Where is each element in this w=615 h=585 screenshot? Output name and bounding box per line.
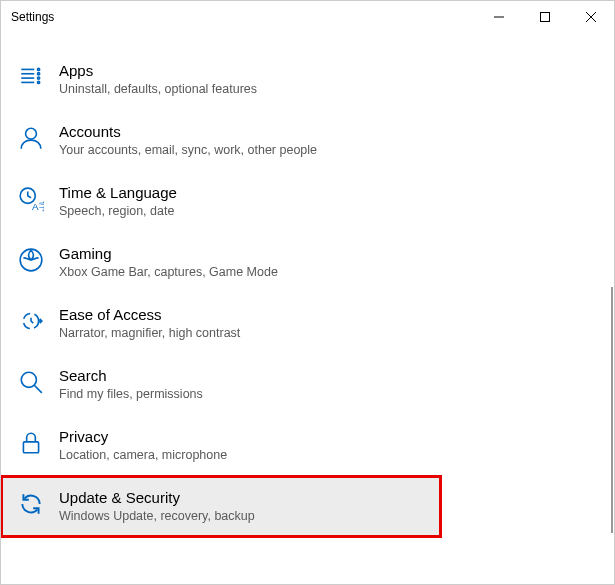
setting-item-gaming[interactable]: Gaming Xbox Game Bar, captures, Game Mod…	[1, 232, 614, 293]
svg-point-17	[21, 372, 36, 387]
scrollbar[interactable]	[611, 287, 613, 533]
item-desc: Find my files, permissions	[59, 386, 203, 404]
minimize-button[interactable]	[476, 1, 522, 33]
item-text: Ease of Access Narrator, magnifier, high…	[59, 305, 240, 342]
svg-text:A字: A字	[32, 201, 44, 212]
item-text: Apps Uninstall, defaults, optional featu…	[59, 61, 257, 98]
window-controls	[476, 1, 614, 33]
gaming-icon	[17, 246, 45, 274]
search-icon	[17, 368, 45, 396]
setting-item-search[interactable]: Search Find my files, permissions	[1, 354, 614, 415]
titlebar: Settings	[1, 1, 614, 33]
setting-item-privacy[interactable]: Privacy Location, camera, microphone	[1, 415, 614, 476]
setting-item-accounts[interactable]: Accounts Your accounts, email, sync, wor…	[1, 110, 614, 171]
item-title: Accounts	[59, 122, 317, 142]
item-title: Gaming	[59, 244, 278, 264]
item-title: Ease of Access	[59, 305, 240, 325]
item-text: Gaming Xbox Game Bar, captures, Game Mod…	[59, 244, 278, 281]
setting-item-ease-of-access[interactable]: Ease of Access Narrator, magnifier, high…	[1, 293, 614, 354]
window-title: Settings	[11, 10, 54, 24]
svg-line-18	[34, 385, 42, 393]
svg-point-12	[26, 128, 37, 139]
settings-list: Apps Uninstall, defaults, optional featu…	[1, 33, 614, 537]
item-desc: Uninstall, defaults, optional features	[59, 81, 257, 99]
item-desc: Narrator, magnifier, high contrast	[59, 325, 240, 343]
item-title: Update & Security	[59, 488, 255, 508]
setting-item-time-language[interactable]: A字 Time & Language Speech, region, date	[1, 171, 614, 232]
svg-point-9	[38, 73, 40, 75]
item-text: Time & Language Speech, region, date	[59, 183, 177, 220]
item-desc: Your accounts, email, sync, work, other …	[59, 142, 317, 160]
item-title: Search	[59, 366, 203, 386]
close-button[interactable]	[568, 1, 614, 33]
item-title: Apps	[59, 61, 257, 81]
item-desc: Xbox Game Bar, captures, Game Mode	[59, 264, 278, 282]
accounts-icon	[17, 124, 45, 152]
setting-item-update-security[interactable]: Update & Security Windows Update, recove…	[1, 476, 441, 537]
item-text: Search Find my files, permissions	[59, 366, 203, 403]
item-desc: Speech, region, date	[59, 203, 177, 221]
item-title: Privacy	[59, 427, 227, 447]
privacy-icon	[17, 429, 45, 457]
svg-rect-1	[541, 13, 550, 22]
maximize-button[interactable]	[522, 1, 568, 33]
item-desc: Windows Update, recovery, backup	[59, 508, 255, 526]
svg-point-8	[38, 68, 40, 70]
update-security-icon	[17, 490, 45, 518]
item-text: Privacy Location, camera, microphone	[59, 427, 227, 464]
apps-icon	[17, 63, 45, 91]
svg-point-10	[38, 77, 40, 79]
time-language-icon: A字	[17, 185, 45, 213]
item-desc: Location, camera, microphone	[59, 447, 227, 465]
svg-rect-19	[23, 442, 38, 453]
setting-item-apps[interactable]: Apps Uninstall, defaults, optional featu…	[1, 49, 614, 110]
item-title: Time & Language	[59, 183, 177, 203]
ease-of-access-icon	[17, 307, 45, 335]
svg-point-11	[38, 81, 40, 83]
item-text: Accounts Your accounts, email, sync, wor…	[59, 122, 317, 159]
item-text: Update & Security Windows Update, recove…	[59, 488, 255, 525]
